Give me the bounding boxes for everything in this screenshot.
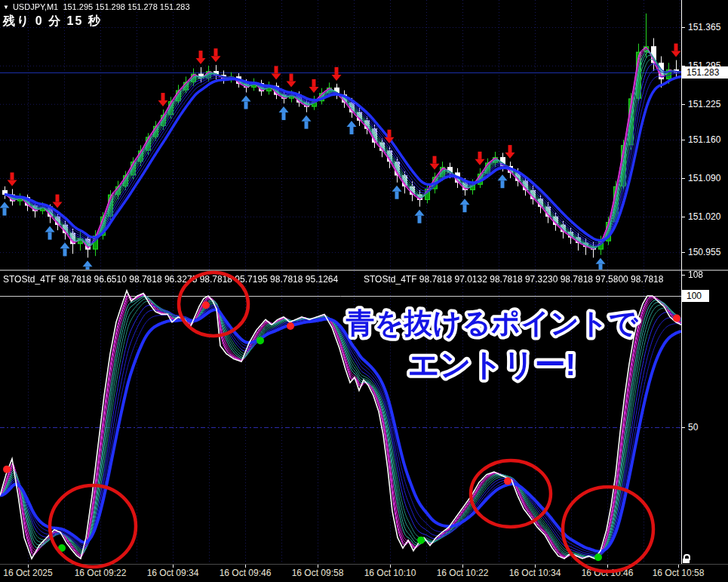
candle-timer-label: 残り 0 分 15 秒 <box>3 14 102 29</box>
stochastic-indicator-canvas[interactable] <box>0 271 681 564</box>
mt4-chart-window: ▼USDJPY,M1 151.295 151.298 151.278 151.2… <box>0 0 728 582</box>
time-axis-label: 16 Oct 10:22 <box>426 568 499 578</box>
time-axis-label: 16 Oct 10:10 <box>354 568 426 578</box>
price-axis-label: 151.020 <box>688 211 720 222</box>
price-axis-label: 151.225 <box>688 99 720 109</box>
time-axis-label: 16 Oct 10:58 <box>642 568 714 578</box>
time-axis-label: 16 Oct 2025 <box>0 568 64 578</box>
price-axis-label: 150.955 <box>688 247 720 257</box>
time-axis-label: 16 Oct 10:46 <box>571 568 644 578</box>
scale-lock-icon[interactable] <box>683 554 691 564</box>
time-axis-label: 16 Oct 09:58 <box>281 568 354 578</box>
current-price-box: 151.283 <box>682 66 728 79</box>
price-tick <box>681 104 685 105</box>
time-axis-label: 16 Oct 10:34 <box>499 568 571 578</box>
sto-level-box: 100 <box>682 290 709 302</box>
price-tick <box>681 178 685 179</box>
price-tick <box>681 140 685 140</box>
sto-axis-label: 50 <box>688 422 698 433</box>
price-axis-label: 151.160 <box>688 134 720 145</box>
price-axis-label: 151.365 <box>688 22 720 32</box>
indicator-values-right: STOStd_4TF 98.7818 97.0132 98.7818 97.32… <box>364 274 663 285</box>
indicator-header: STOStd_4TF 98.7818 96.6510 98.7818 96.32… <box>3 274 338 285</box>
price-scale[interactable]: 151.365151.295151.225151.160151.090151.0… <box>682 0 728 564</box>
symbol-label: USDJPY,M1 <box>13 2 58 11</box>
time-axis-label: 16 Oct 09:34 <box>137 568 209 578</box>
sto-tick <box>681 275 685 276</box>
indicator-values-left: STOStd_4TF 98.7818 96.6510 98.7818 96.32… <box>3 274 338 285</box>
price-tick <box>681 27 685 28</box>
chart-dropdown-icon[interactable]: ▼ <box>3 4 9 11</box>
price-tick <box>681 217 685 217</box>
time-axis-label: 16 Oct 09:22 <box>64 568 137 578</box>
lock-body <box>683 559 690 563</box>
sto-axis-label: 108 <box>688 269 703 280</box>
time-scale[interactable]: 16 Oct 202516 Oct 09:2216 Oct 09:3416 Oc… <box>0 565 728 582</box>
sto-tick <box>681 427 685 428</box>
price-chart-canvas[interactable] <box>0 0 681 269</box>
symbol-ohlc-line: ▼USDJPY,M1 151.295 151.298 151.278 151.2… <box>3 2 190 11</box>
panel-separator[interactable] <box>0 269 728 271</box>
time-axis-label: 16 Oct 09:46 <box>209 568 281 578</box>
price-tick <box>681 252 685 253</box>
price-axis-label: 151.090 <box>688 173 720 183</box>
ohlc-values: 151.295 151.298 151.278 151.283 <box>63 2 189 11</box>
